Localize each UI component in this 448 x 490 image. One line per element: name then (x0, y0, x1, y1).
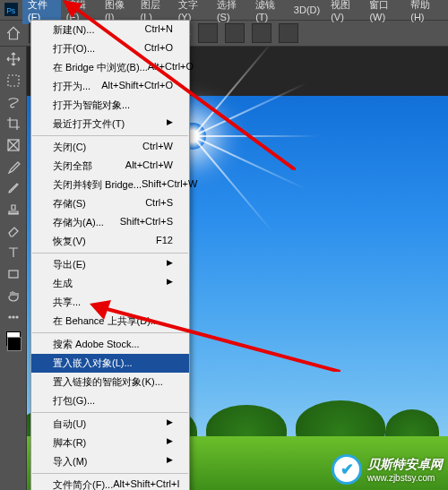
crop-tool[interactable] (2, 113, 25, 134)
menu-item-label: 存储(S) (53, 197, 86, 211)
background-color[interactable] (7, 337, 22, 351)
menu-item[interactable]: 导入(M)▶ (31, 452, 189, 471)
menu-item-label: 共享... (53, 296, 81, 309)
home-icon[interactable] (5, 25, 22, 41)
annotation-arrow (90, 246, 340, 372)
submenu-arrow-icon: ▶ (167, 436, 173, 450)
menu-item[interactable]: 脚本(R)▶ (31, 434, 189, 452)
lasso-tool[interactable] (2, 91, 25, 113)
menu-item-label: 导入(M) (53, 455, 88, 469)
frame-tool[interactable] (2, 134, 25, 156)
menu-item[interactable]: 置入链接的智能对象(K)... (31, 373, 189, 391)
menu-window[interactable]: 窗口(W) (364, 0, 405, 24)
annotation-arrow (63, 0, 296, 170)
svg-point-7 (16, 316, 18, 318)
watermark-title: 贝斯特安卓网 (367, 457, 443, 473)
menu-item-label: 置入链接的智能对象(K)... (53, 375, 163, 389)
menu-separator (32, 473, 188, 474)
menu-item-label: 生成 (53, 277, 73, 290)
watermark: ✔ 贝斯特安卓网 www.zjbstsy.com (332, 454, 443, 485)
rectangle-tool[interactable] (2, 263, 25, 285)
menu-item-label: 文件简介(F)... (53, 478, 113, 490)
svg-rect-2 (8, 75, 19, 86)
menu-item[interactable]: 关闭并转到 Bridge...Shift+Ctrl+W (31, 176, 189, 194)
menu-item[interactable]: 存储为(A)...Shift+Ctrl+S (31, 213, 189, 232)
marquee-tool[interactable] (2, 70, 25, 91)
menu-item-shortcut: Ctrl+S (145, 197, 173, 211)
menu-item-label: 关闭并转到 Bridge... (53, 178, 142, 192)
menu-item[interactable]: 自动(U)▶ (31, 415, 189, 434)
menu-item-label: 脚本(R) (53, 436, 86, 450)
menu-item-label: 自动(U) (53, 417, 86, 431)
menu-view[interactable]: 视图(V) (325, 0, 364, 24)
stamp-tool[interactable] (2, 199, 25, 220)
svg-point-6 (13, 316, 14, 318)
tools-panel (0, 47, 27, 490)
menu-item-label: 恢复(V) (53, 235, 86, 248)
menu-separator (32, 412, 188, 413)
watermark-badge-icon: ✔ (332, 454, 362, 485)
brush-tool[interactable] (2, 177, 25, 199)
menu-item-shortcut: Alt+Shift+Ctrl+I (113, 478, 179, 490)
menu-item[interactable]: 存储(S)Ctrl+S (31, 194, 189, 213)
more-tools[interactable] (2, 306, 25, 328)
move-tool[interactable] (2, 48, 25, 70)
svg-line-10 (100, 307, 340, 372)
type-tool[interactable] (2, 242, 25, 263)
menu-item-label: 导出(E) (53, 258, 86, 271)
menu-item[interactable]: 文件简介(F)...Alt+Shift+Ctrl+I (31, 476, 189, 490)
svg-line-8 (72, 5, 296, 170)
eyedropper-tool[interactable] (2, 156, 25, 177)
menu-item[interactable]: 打包(G)... (31, 391, 189, 410)
watermark-url: www.zjbstsy.com (367, 473, 443, 483)
hand-tool[interactable] (2, 285, 25, 306)
submenu-arrow-icon: ▶ (167, 417, 173, 431)
eraser-tool[interactable] (2, 220, 25, 242)
menu-item-shortcut: Shift+Ctrl+W (142, 178, 197, 192)
submenu-arrow-icon: ▶ (167, 455, 173, 469)
app-logo: Ps (4, 1, 19, 19)
menu-item-label: 打包(G)... (53, 394, 95, 408)
menu-help[interactable]: 帮助(H) (405, 0, 444, 24)
svg-text:Ps: Ps (6, 6, 15, 15)
menu-item-shortcut: Shift+Ctrl+S (120, 216, 173, 229)
menu-item-label: 存储为(A)... (53, 216, 104, 229)
svg-rect-4 (9, 271, 18, 278)
svg-point-5 (9, 316, 11, 318)
